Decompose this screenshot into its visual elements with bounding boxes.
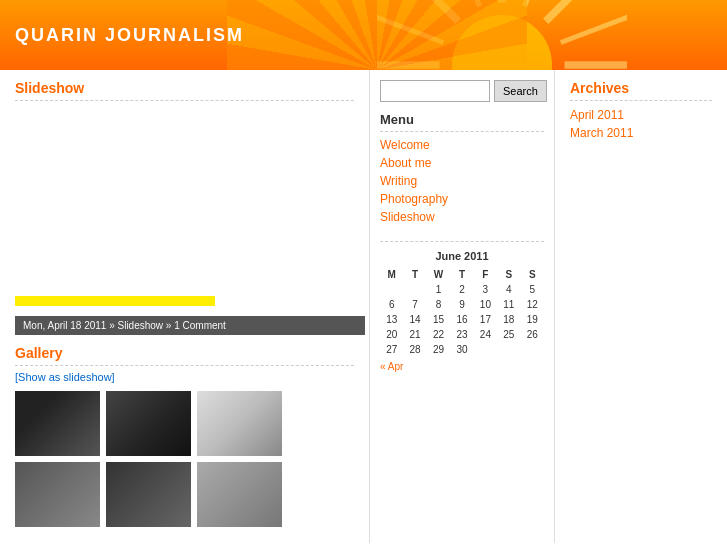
- yellow-bar: [15, 296, 215, 306]
- gallery-thumb-4[interactable]: [15, 462, 100, 527]
- calendar-title: June 2011: [380, 250, 544, 262]
- gallery-thumb-6[interactable]: [197, 462, 282, 527]
- cal-day-5[interactable]: 5: [521, 282, 544, 297]
- svg-point-0: [452, 15, 552, 70]
- cal-header-s2: S: [521, 267, 544, 282]
- calendar-table: M T W T F S S 1 2 3: [380, 267, 544, 357]
- gallery-thumb-3[interactable]: [197, 391, 282, 456]
- cal-day-12: 12: [521, 297, 544, 312]
- cal-row-3: 13 14 15 16 17 18 19: [380, 312, 544, 327]
- cal-day-21: 21: [403, 327, 426, 342]
- cal-header-f: F: [474, 267, 497, 282]
- svg-line-15: [377, 11, 443, 42]
- cal-day-8: 8: [427, 297, 450, 312]
- gallery-row-1: [15, 391, 354, 456]
- gallery-row-2: [15, 462, 354, 527]
- cal-row-1: 1 2 3 4 5: [380, 282, 544, 297]
- cal-day-9: 9: [450, 297, 473, 312]
- cal-day-26: 26: [521, 327, 544, 342]
- search-area: Search: [380, 80, 544, 102]
- calendar-body: 1 2 3 4 5 6 7 8 9 10 11 12: [380, 282, 544, 357]
- cal-row-2: 6 7 8 9 10 11 12: [380, 297, 544, 312]
- cal-day-30: 30: [450, 342, 473, 357]
- slideshow-image-area: [15, 111, 345, 311]
- cal-header-w: W: [427, 267, 450, 282]
- gallery-thumb-5[interactable]: [106, 462, 191, 527]
- cal-day-20: 20: [380, 327, 403, 342]
- show-as-slideshow-link[interactable]: [Show as slideshow]: [15, 371, 354, 383]
- gallery-thumb-1[interactable]: [15, 391, 100, 456]
- cal-header-t2: T: [450, 267, 473, 282]
- cal-day-3[interactable]: 3: [474, 282, 497, 297]
- menu-divider: [380, 131, 544, 132]
- svg-line-16: [448, 0, 479, 6]
- gallery-section-title: Gallery: [15, 345, 354, 366]
- cal-day-4[interactable]: 4: [497, 282, 520, 297]
- cal-day-13: 13: [380, 312, 403, 327]
- cal-day-1[interactable]: 1: [427, 282, 450, 297]
- archive-link-april-2011[interactable]: April 2011: [570, 106, 712, 124]
- cal-day-16: 16: [450, 312, 473, 327]
- calendar-header-row: M T W T F S S: [380, 267, 544, 282]
- menu-item-writing[interactable]: Writing: [380, 172, 544, 190]
- cal-header-m: M: [380, 267, 403, 282]
- menu-item-photography[interactable]: Photography: [380, 190, 544, 208]
- archive-link-march-2011[interactable]: March 2011: [570, 124, 712, 142]
- menu-item-welcome[interactable]: Welcome: [380, 136, 544, 154]
- svg-line-10: [561, 11, 627, 42]
- search-input[interactable]: [380, 80, 490, 102]
- menu-list: Welcome About me Writing Photography Sli…: [380, 136, 544, 226]
- cal-day-2[interactable]: 2: [450, 282, 473, 297]
- slideshow-section-title: Slideshow: [15, 80, 354, 101]
- cal-cell: [380, 282, 403, 297]
- cal-day-22: 22: [427, 327, 450, 342]
- cal-row-4: 20 21 22 23 24 25 26: [380, 327, 544, 342]
- main-layout: Slideshow Mon, April 18 2011 » Slideshow…: [0, 70, 727, 543]
- cal-row-5: 27 28 29 30: [380, 342, 544, 357]
- cal-cell-empty1: [474, 342, 497, 357]
- menu-item-about-me[interactable]: About me: [380, 154, 544, 172]
- right-column: Archives April 2011 March 2011: [555, 70, 727, 543]
- calendar-prev-nav[interactable]: « Apr: [380, 357, 544, 372]
- calendar: June 2011 M T W T F S S: [380, 241, 544, 372]
- svg-line-2: [546, 0, 609, 21]
- menu-title: Menu: [380, 112, 544, 127]
- sunburst-decoration: [377, 0, 627, 70]
- cal-header-t1: T: [403, 267, 426, 282]
- header: QUARIN JOURNALISM: [0, 0, 727, 70]
- cal-day-10: 10: [474, 297, 497, 312]
- menu-item-slideshow[interactable]: Slideshow: [380, 208, 544, 226]
- cal-cell-empty2: [497, 342, 520, 357]
- cal-day-19: 19: [521, 312, 544, 327]
- cal-day-17: 17: [474, 312, 497, 327]
- slide-caption: Mon, April 18 2011 » Slideshow » 1 Comme…: [15, 316, 365, 335]
- cal-day-25: 25: [497, 327, 520, 342]
- cal-cell-empty3: [521, 342, 544, 357]
- cal-day-27: 27: [380, 342, 403, 357]
- cal-day-28: 28: [403, 342, 426, 357]
- left-column: Slideshow Mon, April 18 2011 » Slideshow…: [0, 70, 370, 543]
- archives-section-title: Archives: [570, 80, 712, 101]
- cal-day-14: 14: [403, 312, 426, 327]
- cal-day-15: 15: [427, 312, 450, 327]
- cal-day-11: 11: [497, 297, 520, 312]
- svg-line-8: [396, 0, 459, 21]
- search-button[interactable]: Search: [494, 80, 547, 102]
- cal-day-29: 29: [427, 342, 450, 357]
- cal-day-24: 24: [474, 327, 497, 342]
- gallery-thumb-2[interactable]: [106, 391, 191, 456]
- cal-day-7: 7: [403, 297, 426, 312]
- cal-header-s1: S: [497, 267, 520, 282]
- svg-line-9: [525, 0, 556, 6]
- cal-cell: [403, 282, 426, 297]
- cal-day-23: 23: [450, 327, 473, 342]
- cal-day-18: 18: [497, 312, 520, 327]
- middle-column: Search Menu Welcome About me Writing Pho…: [370, 70, 555, 543]
- cal-day-6: 6: [380, 297, 403, 312]
- site-title: QUARIN JOURNALISM: [15, 25, 244, 46]
